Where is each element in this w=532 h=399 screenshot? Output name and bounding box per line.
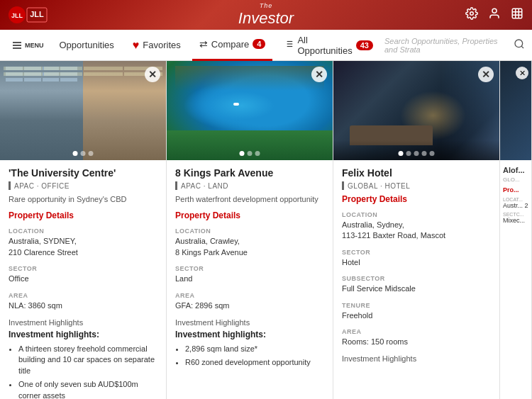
card1-property-details-link[interactable]: Property Details (9, 210, 157, 220)
dot2-2[interactable] (248, 151, 253, 156)
card4-sector-value: Mixec... (503, 217, 528, 224)
dot3-3[interactable] (414, 151, 419, 156)
compare-icon: ⇄ (199, 38, 208, 50)
search-placeholder: Search Opportunities, Properties and Str… (384, 37, 508, 54)
card3-tenure-section: TENURE Freehold (342, 302, 491, 321)
opportunities-tab[interactable]: Opportunities (52, 30, 121, 61)
card2-highlight-1: 2,896 sqm land size* (185, 344, 324, 354)
user-icon[interactable] (488, 7, 501, 23)
opportunities-label: Opportunities (60, 40, 114, 50)
app-header: JLL JLL The Investor (0, 0, 532, 30)
card3-tag-bar (342, 181, 344, 190)
card4-tag: GLO... (503, 176, 528, 183)
card2-close-button[interactable]: ✕ (311, 67, 327, 82)
dot2-3[interactable] (255, 151, 260, 156)
card2-property-details-link[interactable]: Property Details (175, 210, 324, 220)
card1-investment-pre: Investment Highlights (9, 318, 157, 327)
jll-logo[interactable]: JLL JLL (9, 5, 48, 25)
card4-location-value: Austr... 25 Ro... (503, 202, 528, 209)
search-area: Search Opportunities, Properties and Str… (384, 37, 525, 54)
card4-content: Alof... GLO... Pro... LOCAT... Austr... … (500, 160, 531, 232)
list-icon (284, 39, 294, 51)
card3-sector-value: Hotel (342, 257, 491, 268)
dot3-5[interactable] (430, 151, 435, 156)
dot-1[interactable] (73, 151, 78, 156)
card2-aerial-image (167, 61, 333, 160)
card2-sector-label: SECTOR (175, 265, 324, 272)
card1-investment-title: Investment highlights: (9, 330, 157, 339)
dot3-4[interactable] (422, 151, 427, 156)
card2-location-value: Australia, Crawley, 8 Kings Park Avenue (175, 236, 324, 258)
card4-close-button[interactable]: ✕ (516, 67, 528, 79)
all-opportunities-label: All Opportunities (297, 35, 352, 56)
card2-title: 8 Kings Park Avenue (175, 167, 324, 179)
svg-text:JLL: JLL (30, 10, 44, 18)
card4-location-label: LOCAT... (503, 197, 528, 202)
card3-location-value: Australia, Sydney, 113-121 Baxter Road, … (342, 220, 491, 242)
expand-icon[interactable] (511, 7, 523, 23)
card-alof-partial: ✕ Alof... GLO... Pro... LOCAT... Austr..… (500, 61, 532, 399)
navbar: MENU Opportunities ♥ Favorites ⇄ Compare… (0, 30, 532, 61)
card3-tenure-label: TENURE (342, 302, 491, 309)
search-icon[interactable] (514, 38, 525, 52)
svg-point-5 (492, 9, 497, 13)
card1-title: 'The University Centre' (9, 167, 157, 179)
card1-sector-value: Office (9, 274, 157, 284)
menu-button[interactable]: MENU (7, 37, 48, 54)
card2-investment-pre: Investment Highlights (175, 318, 324, 327)
card1-highlight-1: A thirteen storey freehold commercial bu… (18, 344, 157, 376)
compare-tab[interactable]: ⇄ Compare 4 (192, 30, 273, 61)
card1-location-label: LOCATION (9, 227, 157, 235)
the-label: The (238, 2, 294, 9)
card1-tag-line: APAC · OFFICE (9, 181, 157, 190)
card2-area-label: AREA (175, 292, 324, 299)
card3-subsector-label: SUBSECTOR (342, 275, 491, 282)
card3-investment-section: Investment Highlights (342, 354, 491, 363)
card1-close-button[interactable]: ✕ (145, 67, 160, 82)
card2-tag-bar (175, 181, 177, 190)
card2-description: Perth waterfront development opportunity (175, 194, 324, 205)
card3-subsector-section: SUBSECTOR Full Service Midscale (342, 275, 491, 294)
dot-2[interactable] (81, 151, 86, 156)
dot3-1[interactable] (399, 151, 404, 156)
card1-dots (73, 151, 94, 156)
card3-location-section: LOCATION Australia, Sydney, 113-121 Baxt… (342, 211, 491, 242)
favorites-tab[interactable]: ♥ Favorites (126, 30, 188, 61)
card2-sector-section: SECTOR Land (175, 265, 324, 284)
card-kings-park: ✕ 8 Kings Park Avenue APAC · LAND Perth … (167, 61, 333, 399)
card2-area-section: AREA GFA: 2896 sqm (175, 292, 324, 311)
cards-container: ✕ 'The University Centre' APAC · OFFICE … (0, 61, 532, 399)
card1-sector-label: SECTOR (9, 265, 157, 272)
card1-location-value: Australia, SYDNEY, 210 Clarence Street (9, 236, 157, 258)
card1-area-label: AREA (9, 292, 157, 299)
card3-property-details-link[interactable]: Property Details (342, 194, 491, 204)
card2-area-value: GFA: 2896 sqm (175, 300, 324, 311)
card1-tag: APAC · OFFICE (14, 182, 70, 190)
card4-image: ✕ (500, 61, 531, 160)
card3-close-button[interactable]: ✕ (478, 67, 494, 82)
card1-image: ✕ (0, 61, 166, 160)
card2-investment-title: Investment highlights: (175, 330, 324, 339)
card1-highlights-list: A thirteen storey freehold commercial bu… (9, 344, 157, 399)
card1-highlight-2: One of only seven sub AUD$100m corner as… (18, 379, 157, 399)
card3-subsector-value: Full Service Midscale (342, 283, 491, 294)
all-badge: 43 (356, 40, 373, 50)
card2-sector-value: Land (175, 274, 324, 284)
compare-badge: 4 (253, 39, 265, 49)
settings-icon[interactable] (465, 7, 478, 23)
card4-property-details[interactable]: Pro... (503, 186, 528, 193)
all-opportunities-tab[interactable]: All Opportunities 43 (277, 30, 380, 61)
card2-highlight-2: R60 zoned development opportunity (185, 357, 324, 368)
card3-location-label: LOCATION (342, 211, 491, 218)
card3-content: Felix Hotel GLOBAL · HOTEL Property Deta… (333, 160, 499, 399)
card3-tag-line: GLOBAL · HOTEL (342, 181, 491, 190)
dot-3[interactable] (89, 151, 94, 156)
dot2-1[interactable] (240, 151, 245, 156)
card3-dots (399, 151, 435, 156)
card2-highlights-list: 2,896 sqm land size* R60 zoned developme… (175, 344, 324, 369)
dot3-2[interactable] (406, 151, 411, 156)
card1-building-image (0, 61, 166, 160)
card1-area-section: AREA NLA: 3860 sqm (9, 292, 157, 311)
card-university-centre: ✕ 'The University Centre' APAC · OFFICE … (0, 61, 167, 399)
investor-title: Investor (238, 9, 294, 27)
